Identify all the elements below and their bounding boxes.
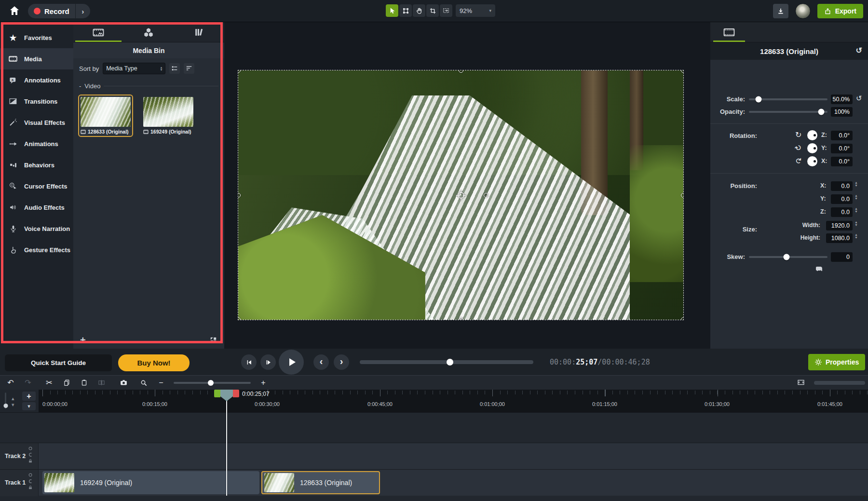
resize-handle-se[interactable] [681,317,683,320]
zoom-tool-button[interactable] [139,378,149,388]
track-2-lane[interactable] [39,443,868,470]
crop-tool-button[interactable] [426,4,439,17]
sidebar-item-transitions[interactable]: Transitions [0,91,73,112]
tab-media-bin[interactable] [73,22,123,42]
redo-button[interactable]: ↷ [23,378,33,388]
size-height-value[interactable]: 1080.0 [826,233,853,243]
track-height-slider[interactable] [5,393,6,409]
track-visibility-icon[interactable] [28,446,33,451]
sidebar-item-audio-effects[interactable]: Audio Effects [0,197,73,218]
size-height-stepper[interactable]: ▲▼ [854,233,858,239]
cut-button[interactable]: ✂ [44,378,54,388]
paste-button[interactable] [79,378,89,388]
jump-previous-button[interactable]: ‹ [313,354,329,370]
rotation-y-value[interactable]: 0.0° [831,144,853,153]
rotation-x-dial[interactable] [807,156,817,166]
sidebar-item-media[interactable]: Media [0,48,73,69]
reset-all-icon[interactable]: ↺ [856,46,862,55]
transform-tool-button[interactable] [399,4,412,17]
rotation-x-value[interactable]: 0.0° [831,157,853,166]
canvas-zoom-select[interactable]: 92% ▾ [456,4,495,17]
track-magnet-icon[interactable] [28,479,33,484]
video-preview[interactable] [238,70,683,320]
sidebar-item-voice-narration[interactable]: Voice Narration [0,218,73,239]
track-height-stepper[interactable]: ▴▾ [12,395,14,408]
previous-frame-button[interactable] [241,354,257,370]
size-width-stepper[interactable]: ▲▼ [854,221,858,227]
fit-timeline-button[interactable] [797,378,805,387]
rotation-y-dial[interactable] [807,143,817,153]
size-width-value[interactable]: 1920.0 [826,221,853,230]
position-x-value[interactable]: 0.0 [831,181,853,191]
position-y-stepper[interactable]: ▲▼ [854,194,858,200]
timeline-zoom-slider[interactable] [174,382,251,384]
properties-toggle-button[interactable]: Properties [808,354,865,370]
track-lock-icon[interactable] [28,459,33,463]
sidebar-item-behaviors[interactable]: Behaviors [0,154,73,176]
position-y-value[interactable]: 0.0 [831,194,853,204]
rotate-y-icon[interactable]: ↻ [793,142,804,153]
timeline-empty-area[interactable] [0,412,868,443]
scale-value[interactable]: 50.0% [831,95,853,104]
pan-tool-button[interactable] [413,4,425,17]
seek-thumb[interactable] [447,359,453,366]
center-target-icon[interactable] [455,190,467,201]
skew-slider[interactable] [749,256,827,258]
undo-button[interactable]: ↶ [6,378,15,388]
selection-in-handle[interactable] [214,390,220,397]
details-view-button[interactable] [184,63,194,74]
clip-128633[interactable]: 128633 (Original) [261,471,380,494]
tab-library[interactable] [123,22,174,42]
record-options-button[interactable]: › [76,4,90,18]
play-button[interactable] [279,350,304,375]
rotate-z-icon[interactable]: ↻ [795,130,801,139]
resize-handle-s[interactable] [459,317,463,320]
scale-slider[interactable] [749,98,827,100]
resize-handle-e[interactable] [681,193,683,198]
export-button[interactable]: Export [817,4,863,18]
seek-slider[interactable] [360,360,533,364]
track-visibility-icon[interactable] [28,473,33,477]
rotate-x-icon[interactable]: ↻ [794,158,803,164]
anchor-point-handle[interactable] [484,193,488,198]
selection-tool-button[interactable] [386,4,398,17]
sidebar-item-visual-effects[interactable]: Visual Effects [0,112,73,133]
sidebar-item-favorites[interactable]: ★ Favorites [0,27,73,48]
buy-now-button[interactable]: Buy Now! [118,354,190,371]
sidebar-item-cursor-effects[interactable]: Cursor Effects [0,176,73,197]
sidebar-item-gesture-effects[interactable]: Gesture Effects [0,239,73,260]
sidebar-item-annotations[interactable]: a Annotations [0,69,73,91]
edge-trim-tool-button[interactable] [440,4,452,17]
sort-by-select[interactable]: Media Type ▴▾ [103,63,165,74]
tab-assets[interactable] [174,22,224,42]
tab-visual-properties[interactable] [710,22,748,42]
zoom-in-button[interactable]: + [258,378,268,388]
timeline-horizontal-scrollbar[interactable] [814,381,865,385]
thumbnail-view-button[interactable] [169,63,180,74]
collapse-tracks-button[interactable]: ▾ [22,402,36,410]
user-avatar[interactable] [795,3,811,19]
timeline-ruler[interactable]: 0:00:00;00 0:00:15;00 0:00:30;00 0:00:45… [39,390,868,412]
home-button[interactable] [9,5,22,17]
rotation-z-value[interactable]: 0.0° [831,131,853,140]
rotation-z-dial[interactable] [807,130,817,140]
copy-button[interactable] [62,378,71,388]
opacity-value[interactable]: 100% [831,107,853,117]
position-x-stepper[interactable]: ▲▼ [854,181,858,187]
add-track-button[interactable]: + [22,392,36,401]
screenshot-button[interactable] [119,378,128,388]
scale-reset-icon[interactable]: ↺ [856,94,862,103]
quick-start-guide-button[interactable]: Quick Start Guide [5,354,112,371]
media-card-169249[interactable]: 169249 (Original) [141,95,196,137]
video-group-header[interactable]: - Video [73,79,224,93]
opacity-slider[interactable] [749,111,827,113]
grid-view-button[interactable] [209,336,217,344]
aspect-lock-icon[interactable] [816,267,868,271]
zoom-out-button[interactable]: − [156,378,166,388]
split-button[interactable] [96,378,106,388]
record-button[interactable]: Record [28,4,75,18]
canvas-area[interactable] [224,22,710,349]
add-media-button[interactable]: + [80,335,86,346]
skew-value[interactable]: 0 [831,252,853,262]
selection-out-handle[interactable] [233,390,239,397]
